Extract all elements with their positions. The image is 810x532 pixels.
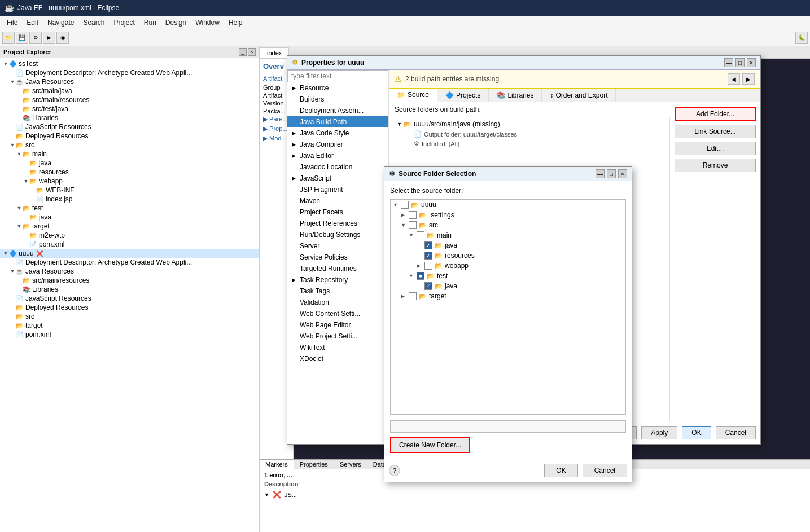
src-dialog-ok-btn[interactable]: OK (544, 464, 577, 477)
props-item-task-repo[interactable]: ▶Task Repository (287, 274, 388, 285)
ftree-checkbox-main[interactable] (417, 231, 424, 239)
props-item-java-build-path[interactable]: Java Build Path (287, 116, 388, 127)
ftree-test[interactable]: ▼ ■ 📂 test (391, 271, 625, 281)
toggle-main[interactable]: ▼ (16, 151, 23, 157)
properties-link[interactable]: ▶ Prop... (263, 125, 290, 133)
toolbar-btn-3[interactable]: ⚙ (29, 32, 42, 44)
tree-item-webinf[interactable]: 📂 WEB-INF (0, 186, 259, 195)
bp-tab-libraries[interactable]: 📚 Libraries (489, 89, 542, 102)
props-item-java-code-style[interactable]: ▶Java Code Style (287, 127, 388, 139)
tree-item-sstest-descriptor[interactable]: 📄 Deployment Descriptor: Archetype Creat… (0, 68, 259, 77)
src-dialog-path-input[interactable] (390, 420, 626, 433)
filter-input[interactable] (287, 70, 388, 82)
ftree-checkbox-java-main[interactable]: ✓ (424, 241, 432, 249)
props-item-service-policies[interactable]: Service Policies (287, 252, 388, 263)
ftree-checkbox-src[interactable] (409, 221, 417, 229)
tree-item-java-resources[interactable]: ▼ ☕ Java Resources (0, 77, 259, 86)
props-item-run-debug[interactable]: Run/Debug Settings (287, 229, 388, 240)
nav-prev-btn[interactable]: ◀ (728, 73, 740, 85)
tree-item-uuuu-deployed[interactable]: 📂 Deployed Resources (0, 303, 259, 312)
ftree-checkbox-uuuu[interactable] (401, 201, 409, 209)
tree-item-main-resources[interactable]: 📂 resources (0, 168, 259, 177)
props-item-xdoclet[interactable]: XDoclet (287, 353, 388, 364)
src-dialog-minimize[interactable]: — (596, 169, 605, 178)
tree-item-target-sstest[interactable]: ▼ 📂 target (0, 222, 259, 231)
menu-project[interactable]: Project (109, 17, 139, 28)
tree-item-uuuu-src-main-res[interactable]: 📂 src/main/resources (0, 276, 259, 285)
props-item-javascript[interactable]: ▶JavaScript (287, 173, 388, 184)
props-item-jsp[interactable]: JSP Fragment (287, 184, 388, 195)
toolbar-btn-2[interactable]: 💾 (16, 32, 28, 44)
props-item-java-editor[interactable]: ▶Java Editor (287, 150, 388, 161)
toolbar-btn-4[interactable]: ▶ (43, 32, 55, 44)
ftree-uuuu[interactable]: ▼ 📂 uuuu (391, 200, 625, 210)
ftree-checkbox-resources[interactable]: ✓ (424, 252, 432, 260)
props-item-project-refs[interactable]: Project References (287, 218, 388, 229)
tree-item-uuuu-pomxml[interactable]: 📄 pom.xml (0, 330, 259, 339)
tab-markers[interactable]: Markers (260, 460, 294, 469)
props-item-targeted-runtimes[interactable]: Targeted Runtimes (287, 263, 388, 274)
props-item-wikitext[interactable]: WikiText (287, 342, 388, 353)
ftree-target[interactable]: ▶ 📂 target (391, 291, 625, 301)
toggle-java-resources[interactable]: ▼ (9, 79, 16, 85)
ftree-main[interactable]: ▼ 📂 main (391, 230, 625, 240)
src-dialog-maximize[interactable]: □ (607, 169, 616, 178)
props-item-maven[interactable]: Maven (287, 195, 388, 206)
tree-item-uuuu-descriptor[interactable]: 📄 Deployment Descriptor: Archetype Creat… (0, 258, 259, 267)
tree-item-js-resources[interactable]: 📄 JavaScript Resources (0, 122, 259, 131)
toggle-sstest[interactable]: ▼ (2, 61, 9, 67)
props-item-javadoc[interactable]: Javadoc Location (287, 161, 388, 173)
menu-design[interactable]: Design (161, 17, 191, 28)
tab-servers[interactable]: Servers (334, 460, 367, 469)
props-item-resource[interactable]: ▶Resource (287, 82, 388, 94)
cancel-btn[interactable]: Cancel (716, 426, 756, 439)
tree-item-test[interactable]: ▼ 📂 test (0, 204, 259, 213)
apply-btn[interactable]: Apply (641, 426, 677, 439)
toggle-uuuu-java-res[interactable]: ▼ (9, 269, 16, 274)
tab-properties[interactable]: Properties (294, 460, 334, 469)
props-item-deployment[interactable]: Deployment Assem... (287, 105, 388, 116)
remove-btn[interactable]: Remove (675, 159, 756, 172)
props-item-server[interactable]: Server (287, 240, 388, 252)
add-folder-btn[interactable]: Add Folder... (675, 107, 756, 121)
tree-item-libraries[interactable]: 📚 Libraries (0, 113, 259, 122)
src-dialog-help-btn[interactable]: ? (389, 465, 400, 476)
toolbar-btn-1[interactable]: 📁 (2, 32, 15, 44)
tree-item-uuuu-libs[interactable]: 📚 Libraries (0, 285, 259, 294)
tree-item-uuuu-target[interactable]: 📂 target (0, 321, 259, 330)
ftree-java-main[interactable]: ✓ 📂 java (391, 240, 625, 250)
props-item-java-compiler[interactable]: ▶Java Compiler (287, 139, 388, 150)
bp-tab-source[interactable]: 📁 Source (389, 89, 437, 102)
explorer-close[interactable]: × (248, 48, 256, 56)
src-dialog-cancel-btn[interactable]: Cancel (583, 464, 627, 477)
bp-tab-projects[interactable]: 🔷 Projects (437, 89, 489, 102)
toolbar-btn-debug[interactable]: 🐛 (795, 32, 808, 44)
tree-item-webapp[interactable]: ▼ 📂 webapp (0, 177, 259, 186)
tree-item-uuuu[interactable]: ▼ 🔷 uuuu ❌ (0, 249, 259, 258)
tree-item-src-main-resources[interactable]: 📂 src/main/resources (0, 95, 259, 104)
toggle-target-sstest[interactable]: ▼ (16, 223, 23, 229)
tree-item-main-java[interactable]: 📂 java (0, 159, 259, 168)
ftree-src[interactable]: ▼ 📂 src (391, 220, 625, 230)
toggle-webapp[interactable]: ▼ (23, 178, 29, 184)
tree-item-m2e-wtp[interactable]: 📂 m2e-wtp (0, 231, 259, 240)
ftree-checkbox-target[interactable] (409, 292, 417, 300)
source-folder-row-1[interactable]: ▼ 📂 uuuu/src/main/java (missing) (391, 119, 667, 129)
ftree-webapp[interactable]: ▶ 📂 webapp (391, 261, 625, 271)
menu-search[interactable]: Search (78, 17, 109, 28)
props-item-web-content[interactable]: Web Content Setti... (287, 308, 388, 319)
tree-item-uuuu-java-res[interactable]: ▼ ☕ Java Resources (0, 267, 259, 276)
props-item-task-tags[interactable]: Task Tags (287, 285, 388, 297)
props-item-project-facets[interactable]: Project Facets (287, 206, 388, 218)
menu-help[interactable]: Help (224, 17, 247, 28)
menu-navigate[interactable]: Navigate (43, 17, 78, 28)
tree-item-uuuu-js-res[interactable]: 📄 JavaScript Resources (0, 294, 259, 303)
toolbar-btn-5[interactable]: ◉ (56, 32, 69, 44)
create-new-folder-btn[interactable]: Create New Folder... (390, 437, 470, 453)
explorer-minimize[interactable]: _ (239, 48, 247, 56)
ftree-settings[interactable]: ▶ 📂 .settings (391, 210, 625, 220)
tree-item-uuuu-src[interactable]: 📂 src (0, 312, 259, 321)
ftree-checkbox-settings[interactable] (409, 211, 417, 219)
dialog-close-btn[interactable]: × (747, 58, 756, 67)
parents-link[interactable]: ▶ Pare... (263, 116, 290, 123)
